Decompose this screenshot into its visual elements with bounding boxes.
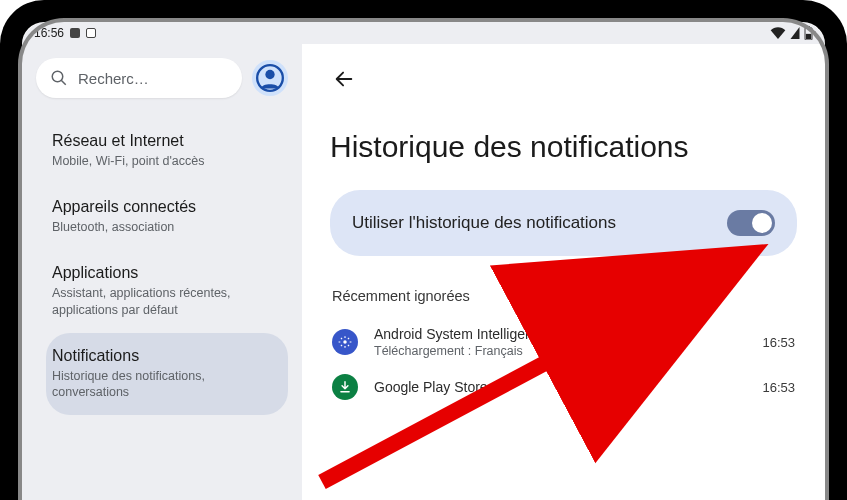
app-icon-gear <box>332 329 358 355</box>
sidebar-item-apps[interactable]: Applications Assistant, applications réc… <box>46 250 288 333</box>
svg-line-4 <box>61 80 66 85</box>
status-time: 16:56 <box>34 26 64 40</box>
person-icon <box>256 64 284 92</box>
history-toggle-card[interactable]: Utiliser l'historique des notifications <box>330 190 797 256</box>
history-switch[interactable] <box>727 210 775 236</box>
cell-signal-icon <box>790 27 800 39</box>
sidebar-item-devices[interactable]: Appareils connectés Bluetooth, associati… <box>46 184 288 250</box>
notif-sub: Téléchargement : Français <box>374 344 746 358</box>
settings-sidebar: Recherc… Réseau et Internet Mobile, Wi-F… <box>22 44 302 500</box>
search-placeholder: Recherc… <box>78 70 149 87</box>
notif-app: Android System Intelligence <box>374 326 746 342</box>
sd-card-icon <box>70 28 80 38</box>
nav-title: Applications <box>52 264 274 282</box>
nav-sub: Assistant, applications récentes, applic… <box>52 285 262 319</box>
main-content: Historique des notifications Utiliser l'… <box>302 44 825 500</box>
search-input[interactable]: Recherc… <box>36 58 242 98</box>
sidebar-item-notifications[interactable]: Notifications Historique des notificatio… <box>46 333 288 416</box>
notif-time: 16:53 <box>762 335 795 350</box>
notification-item[interactable]: Android System Intelligence Téléchargeme… <box>330 318 797 366</box>
wifi-icon <box>770 27 786 39</box>
back-button[interactable] <box>330 65 358 93</box>
gear-icon <box>338 335 352 349</box>
nav-title: Réseau et Internet <box>52 132 274 150</box>
toggle-label: Utiliser l'historique des notifications <box>352 213 616 233</box>
profile-avatar[interactable] <box>252 60 288 96</box>
app-icon-download <box>332 374 358 400</box>
notification-list: Android System Intelligence Téléchargeme… <box>330 318 797 408</box>
sidebar-item-network[interactable]: Réseau et Internet Mobile, Wi-Fi, point … <box>46 118 288 184</box>
svg-rect-2 <box>806 34 811 39</box>
page-title: Historique des notifications <box>330 130 797 164</box>
notif-time: 16:53 <box>762 380 795 395</box>
notification-item[interactable]: Google Play Store 16:53 <box>330 366 797 408</box>
battery-icon <box>804 26 813 40</box>
nav-sub: Mobile, Wi-Fi, point d'accès <box>52 153 262 170</box>
arrow-left-icon <box>333 68 355 90</box>
svg-point-7 <box>343 340 347 344</box>
download-icon <box>338 380 352 394</box>
section-header: Récemment ignorées <box>332 288 797 304</box>
nav-sub: Bluetooth, association <box>52 219 262 236</box>
svg-point-3 <box>52 71 63 82</box>
nav-title: Notifications <box>52 347 274 365</box>
app-badge-icon <box>86 28 96 38</box>
search-icon <box>50 69 68 87</box>
nav-title: Appareils connectés <box>52 198 274 216</box>
status-bar: 16:56 <box>22 22 825 44</box>
nav-sub: Historique des notifications, conversati… <box>52 368 262 402</box>
svg-point-6 <box>265 70 274 79</box>
notif-app: Google Play Store <box>374 379 746 395</box>
svg-rect-1 <box>807 26 810 28</box>
